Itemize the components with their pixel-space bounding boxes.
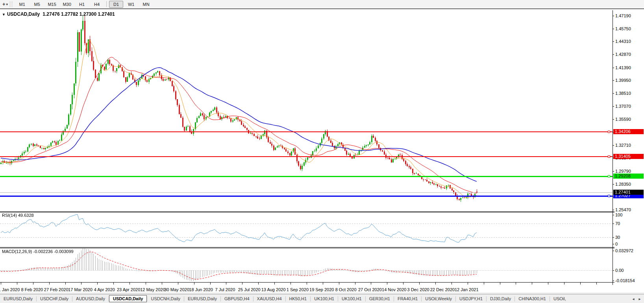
tab-scroll-controls: ◂ ▸ [630, 297, 644, 301]
chart-header: ▼USDCAD,Daily1.27476 1.27782 1.27300 1.2… [2, 11, 115, 17]
tab-fra40-h1[interactable]: FRA40,H1 [394, 295, 421, 302]
macd-axis-tick-label: -0.018154 [615, 278, 635, 283]
timeframe-button-d1[interactable]: D1 [109, 1, 123, 8]
tab-uk100-h1[interactable]: UK100,H1 [311, 295, 338, 302]
tab-hk50-h1[interactable]: HK50,H1 [286, 295, 311, 302]
timeframe-button-w1[interactable]: W1 [124, 1, 138, 8]
macd-axis-tick-label: 0.00 [615, 268, 624, 273]
price-axis-tick-label: 1.44310 [615, 39, 631, 44]
tab-ger30-h1[interactable]: GER30,H1 [366, 295, 394, 302]
toolbar-separator [106, 1, 107, 7]
trading-app-window: + ▾ M1M5M15M30H1H4D1W1MN ▼USDCAD,Daily1.… [0, 0, 644, 303]
chart-window: ▼USDCAD,Daily1.27476 1.27782 1.27300 1.2… [0, 9, 644, 292]
crosshair-tool-icon[interactable]: + [2, 1, 6, 7]
tab-gbpusd-h4[interactable]: GBPUSD,H4 [221, 295, 253, 302]
timeframe-button-mn[interactable]: MN [139, 1, 153, 8]
price-axis-tick-label: 1.29790 [615, 169, 631, 174]
tab-usdchf-daily[interactable]: USDCHF,Daily [37, 295, 72, 302]
macd-indicator-label: MACD(12,26,9) -0.002236 -0.003099 [2, 249, 74, 254]
tab-china300-h1[interactable]: CHINA300,H1 [515, 295, 550, 302]
timeframe-button-m15[interactable]: M15 [45, 1, 59, 8]
price-axis-tick-label: 1.28350 [615, 182, 631, 187]
chart-ohlc-values: 1.27476 1.27782 1.27300 1.27401 [43, 11, 115, 17]
price-axis-tick-label: 1.39950 [615, 78, 631, 83]
price-axis-tick-label: 1.42870 [615, 52, 631, 57]
date-axis-label: 12 Jan 2021 [450, 287, 483, 292]
macd-axis-tick-label: 0.032972 [615, 248, 633, 253]
rsi-axis-tick-label: 100 [615, 212, 622, 217]
price-axis-tick-label: 1.38510 [615, 91, 631, 96]
price-axis-tick-label: 1.37070 [615, 104, 631, 109]
support-price-label[interactable]: 1.29208 [613, 174, 644, 179]
tab-list: EURUSD,DailyUSDCHF,DailyAUDUSD,DailyUSDC… [0, 295, 570, 302]
price-axis-tick-label: 1.25470 [615, 207, 631, 212]
tab-scroll-right-icon[interactable]: ▸ [637, 297, 643, 301]
tab-eurusd-daily[interactable]: EURUSD,Daily [0, 295, 36, 302]
timeframe-button-m1[interactable]: M1 [15, 1, 29, 8]
rsi-axis-tick-label: 70 [615, 221, 620, 226]
price-axis-tick-label: 1.45750 [615, 26, 631, 31]
timeframe-button-h4[interactable]: H4 [90, 1, 104, 8]
timeframe-buttons: M1M5M15M30H1H4D1W1MN [15, 1, 154, 8]
tab-usdjpy-h1[interactable]: USDJPY,H1 [456, 295, 486, 302]
tab-usdcad-daily[interactable]: USDCAD,Daily [109, 295, 147, 302]
chart-canvas[interactable] [0, 10, 614, 286]
tab-usoil[interactable]: USOil, [550, 295, 570, 302]
timeframe-button-m30[interactable]: M30 [60, 1, 74, 8]
price-axis-tick-label: 1.32710 [615, 143, 631, 148]
rsi-axis-tick-label: 30 [615, 235, 620, 240]
tab-usdcnh-daily[interactable]: USDCNH,Daily [147, 295, 184, 302]
toolbar-dropdown-caret-icon[interactable]: ▾ [6, 2, 9, 6]
resistance-price-label[interactable]: 1.31405 [613, 154, 644, 159]
timeframe-button-h1[interactable]: H1 [75, 1, 89, 8]
price-axis-tick-label: 1.47190 [615, 13, 631, 18]
tab-usoil-weekly[interactable]: USOil,Weekly [422, 295, 455, 302]
chart-tab-bar: EURUSD,DailyUSDCHF,DailyAUDUSD,DailyUSDC… [0, 294, 644, 303]
price-axis-tick-label: 1.35590 [615, 117, 631, 122]
price-axis-tick-label: 1.41390 [615, 65, 631, 70]
tab-uk100-h1[interactable]: UK100,H1 [338, 295, 365, 302]
tab-dj30-daily[interactable]: DJ30,Daily [487, 295, 514, 302]
chart-symbol-title: USDCAD,Daily [7, 11, 40, 17]
tab-eurusd-daily[interactable]: EURUSD,Daily [184, 295, 220, 302]
current-price-price-label[interactable]: 1.27401 [613, 190, 644, 195]
tab-xauusd-h4[interactable]: XAUUSD,H4 [254, 295, 285, 302]
resistance-price-label[interactable]: 1.34206 [613, 129, 644, 134]
rsi-axis-tick-label: 0 [615, 242, 618, 246]
chart-collapse-icon[interactable]: ▼ [2, 13, 6, 17]
tab-audusd-daily[interactable]: AUDUSD,Daily [72, 295, 109, 302]
timeframe-button-m5[interactable]: M5 [30, 1, 44, 8]
rsi-indicator-label: RSI(14) 49.6328 [2, 213, 34, 218]
toolbar: + ▾ M1M5M15M30H1H4D1W1MN [0, 0, 644, 9]
tab-scroll-left-icon[interactable]: ◂ [630, 297, 637, 301]
toolbar-grip-handle[interactable] [10, 2, 12, 7]
